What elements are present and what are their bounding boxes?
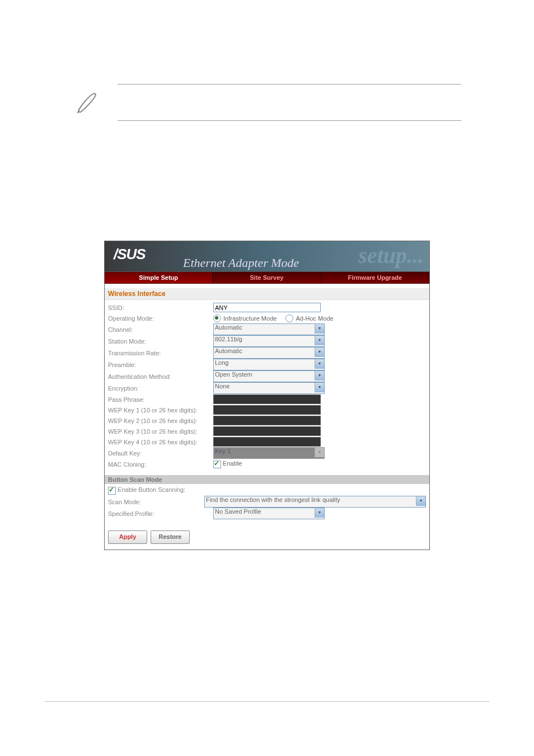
- adhoc-radio[interactable]: [285, 314, 293, 322]
- tx-rate-label: Transmission Rate:: [108, 350, 213, 356]
- wep1-label: WEP Key 1 (10 or 26 hex digits):: [108, 407, 213, 414]
- chevron-down-icon: ▾: [315, 383, 324, 392]
- ssid-input[interactable]: [213, 303, 321, 312]
- scan-mode-select[interactable]: Find the connection with the strongest l…: [204, 496, 426, 508]
- asus-logo: /SUS: [114, 246, 146, 263]
- wireless-section-title: Wireless Interface: [105, 288, 429, 300]
- station-mode-label: Station Mode:: [108, 338, 213, 345]
- enable-button-scanning-label: Enable Button Scanning:: [118, 486, 185, 493]
- divider: [118, 120, 461, 121]
- tab-site-survey[interactable]: Site Survey: [213, 272, 321, 283]
- tab-bar: Simple Setup Site Survey Firmware Upgrad…: [105, 272, 429, 284]
- tx-rate-select[interactable]: Automatic ▾: [213, 347, 325, 359]
- enable-button-scanning-checkbox[interactable]: [108, 487, 116, 495]
- scan-mode-label: Scan Mode:: [108, 499, 204, 505]
- channel-select[interactable]: Automatic ▾: [213, 323, 325, 335]
- pen-note-icon: [73, 90, 101, 118]
- wep3-input[interactable]: [213, 426, 321, 436]
- specified-profile-select[interactable]: No Saved Profile ▾: [213, 508, 325, 519]
- preamble-select[interactable]: Long ▾: [213, 359, 325, 370]
- infrastructure-radio[interactable]: [213, 314, 221, 322]
- wep2-label: WEP Key 2 (10 or 26 hex digits):: [108, 417, 213, 424]
- chevron-down-icon: ▾: [416, 496, 425, 506]
- wep1-input[interactable]: [213, 405, 321, 415]
- encryption-label: Encryption:: [108, 385, 213, 392]
- specified-profile-label: Specified Profile:: [108, 510, 213, 517]
- chevron-down-icon: ▾: [315, 371, 324, 381]
- chevron-down-icon: ▾: [315, 508, 324, 518]
- chevron-down-icon: ▾: [315, 359, 324, 369]
- passphrase-label: Pass Phrase:: [108, 396, 213, 403]
- default-key-label: Default Key:: [108, 450, 213, 457]
- setup-banner-text: setup...: [358, 242, 424, 269]
- setup-screenshot: /SUS Ethernet Adapter Mode setup... Simp…: [104, 241, 430, 550]
- mac-cloning-enable-text: Enable: [223, 460, 242, 467]
- channel-label: Channel:: [108, 326, 213, 333]
- tab-firmware-upgrade[interactable]: Firmware Upgrade: [321, 272, 429, 283]
- auth-method-label: Authentication Method:: [108, 373, 213, 380]
- default-key-select: Key 1 ▾: [213, 447, 325, 459]
- footer-divider: [45, 701, 489, 702]
- auth-method-select[interactable]: Open System ▾: [213, 370, 325, 382]
- wep2-input[interactable]: [213, 416, 321, 425]
- mode-title: Ethernet Adapter Mode: [183, 256, 299, 270]
- wep4-input[interactable]: [213, 437, 321, 447]
- tab-simple-setup[interactable]: Simple Setup: [105, 272, 213, 283]
- button-scan-section-title: Button Scan Mode: [105, 475, 429, 484]
- chevron-down-icon: ▾: [315, 448, 324, 457]
- chevron-down-icon: ▾: [315, 324, 324, 334]
- mac-cloning-checkbox[interactable]: [213, 461, 221, 468]
- note-section: [73, 84, 461, 134]
- encryption-select[interactable]: None ▾: [213, 382, 325, 394]
- station-mode-select[interactable]: 802.11b/g ▾: [213, 335, 325, 347]
- preamble-label: Preamble:: [108, 361, 213, 368]
- operating-mode-label: Operating Mode:: [108, 315, 213, 322]
- mac-cloning-label: MAC Cloning:: [108, 461, 213, 468]
- screenshot-header: /SUS Ethernet Adapter Mode setup...: [105, 241, 429, 272]
- adhoc-label: Ad-Hoc Mode: [296, 315, 333, 322]
- infrastructure-label: Infrastructure Mode: [223, 315, 277, 322]
- divider: [118, 84, 461, 84]
- ssid-label: SSID:: [108, 304, 213, 311]
- passphrase-input[interactable]: [213, 395, 321, 404]
- chevron-down-icon: ▾: [315, 348, 324, 357]
- wep3-label: WEP Key 3 (10 or 26 hex digits):: [108, 428, 213, 435]
- chevron-down-icon: ▾: [315, 336, 324, 345]
- apply-button[interactable]: Apply: [108, 530, 147, 544]
- wep4-label: WEP Key 4 (10 or 26 hex digits):: [108, 439, 213, 445]
- restore-button[interactable]: Restore: [151, 530, 190, 544]
